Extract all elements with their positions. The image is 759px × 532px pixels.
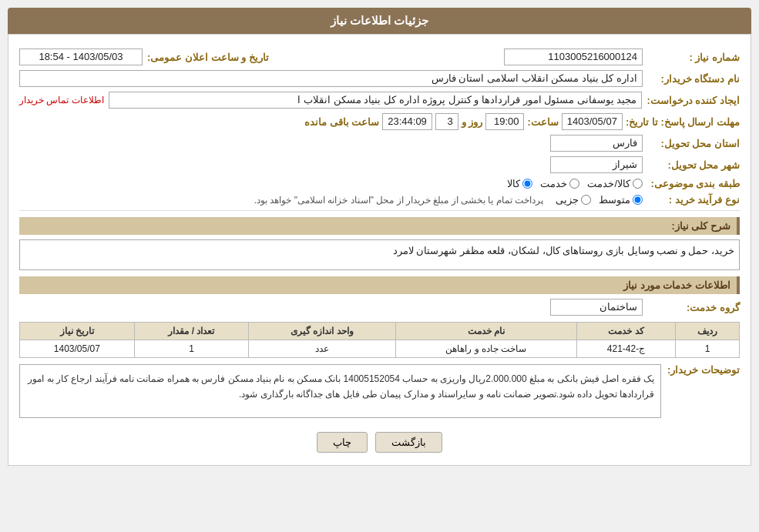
service-group-label: گروه خدمت: [647,302,740,313]
table-cell-code: ج-42-421 [577,340,676,358]
deadline-label: مهلت ارسال پاسخ: تا تاریخ: [626,116,740,128]
need-number-value: 1103005216000124 [504,49,643,65]
process-label-motavaset: متوسط [599,194,630,206]
org-name-value: اداره کل بنیاد مسکن انقلاب اسلامی استان … [19,70,643,87]
city-value: شیراز [550,156,643,173]
process-label-jozii: جزیی [556,194,579,206]
category-label-kala-khedmat: کالا/خدمت [587,178,630,189]
table-cell-row: 1 [676,340,740,358]
process-label: نوع فرآیند خرید : [647,194,740,206]
process-description: پرداخت تمام یا بخشی از مبلغ خریدار از مح… [254,195,543,206]
category-option-khedmat[interactable]: خدمت [540,178,579,189]
announce-datetime-label: تاریخ و ساعت اعلان عمومی: [147,52,269,63]
col-header-name: نام خدمت [395,323,576,340]
action-buttons: بازگشت چاپ [19,432,740,453]
col-header-row: ردیف [676,323,740,340]
table-cell-qty: 1 [134,340,249,358]
need-summary-section-header: شرح کلی نیاز: [19,217,740,235]
need-summary-value: خرید، حمل و نصب وسایل بازی روستاهای کال،… [19,239,740,270]
table-cell-unit: عدد [249,340,395,358]
province-value: فارس [550,135,643,152]
creator-contact-link[interactable]: اطلاعات تماس خریدار [19,95,104,105]
process-radio-jozii[interactable] [581,195,591,205]
print-button[interactable]: چاپ [317,432,368,453]
category-label-khedmat: خدمت [540,178,567,189]
col-header-unit: واحد اندازه گیری [249,323,395,340]
process-option-motavaset[interactable]: متوسط [599,194,643,206]
category-label-kala: کالا [507,178,520,189]
deadline-days-label: روز و [462,116,483,128]
creator-label: ایجاد کننده درخواست: [646,95,740,106]
deadline-time: 19:00 [485,113,524,130]
province-label: استان محل تحویل: [647,138,740,149]
col-header-qty: تعداد / مقدار [134,323,249,340]
announce-datetime-value: 1403/05/03 - 18:54 [19,49,143,65]
deadline-remaining: 23:44:09 [382,113,432,130]
deadline-remaining-label: ساعت باقی مانده [304,116,379,128]
col-header-date: تاریخ نیاز [20,323,135,340]
creator-value: مجید یوسفانی مسئول امور قراردادها و کنتر… [109,92,643,109]
category-option-kala-khedmat[interactable]: کالا/خدمت [587,178,643,189]
deadline-time-label: ساعت: [527,116,558,128]
category-label: طبقه بندی موضوعی: [647,178,740,189]
category-radio-kala[interactable] [522,179,532,189]
category-option-kala[interactable]: کالا [507,178,532,189]
org-name-label: نام دستگاه خریدار: [647,73,740,85]
category-radio-khedmat[interactable] [569,179,579,189]
category-radio-kala-khedmat[interactable] [633,179,643,189]
services-section-header: اطلاعات خدمات مورد نیاز [19,276,740,294]
notes-label: توضیحات خریدار: [667,364,740,376]
need-number-label: شماره نیاز : [647,52,740,63]
notes-container: توضیحات خریدار: یک فقره اصل فیش بانکی به… [19,364,740,424]
services-table-container: ردیف کد خدمت نام خدمت واحد اندازه گیری ت… [19,322,740,358]
back-button[interactable]: بازگشت [375,432,442,453]
table-cell-name: ساخت جاده و راهاهن [395,340,576,358]
city-label: شهر محل تحویل: [647,159,740,171]
category-radio-group: کالا/خدمت خدمت کالا [507,178,643,189]
process-radio-group: متوسط جزیی [556,194,643,206]
notes-text: یک فقره اصل فیش بانکی به مبلغ 2.000.000ر… [19,364,661,418]
col-header-code: کد خدمت [577,323,676,340]
table-cell-date: 1403/05/07 [20,340,135,358]
page-title: جزئیات اطلاعات نیاز [8,8,751,34]
table-row: 1ج-42-421ساخت جاده و راهاهنعدد11403/05/0… [20,340,740,358]
deadline-days: 3 [435,113,458,130]
deadline-date: 1403/05/07 [562,113,623,130]
service-group-value: ساختمان [550,299,643,316]
process-radio-motavaset[interactable] [633,195,643,205]
process-option-jozii[interactable]: جزیی [556,194,591,206]
services-table: ردیف کد خدمت نام خدمت واحد اندازه گیری ت… [19,322,740,358]
